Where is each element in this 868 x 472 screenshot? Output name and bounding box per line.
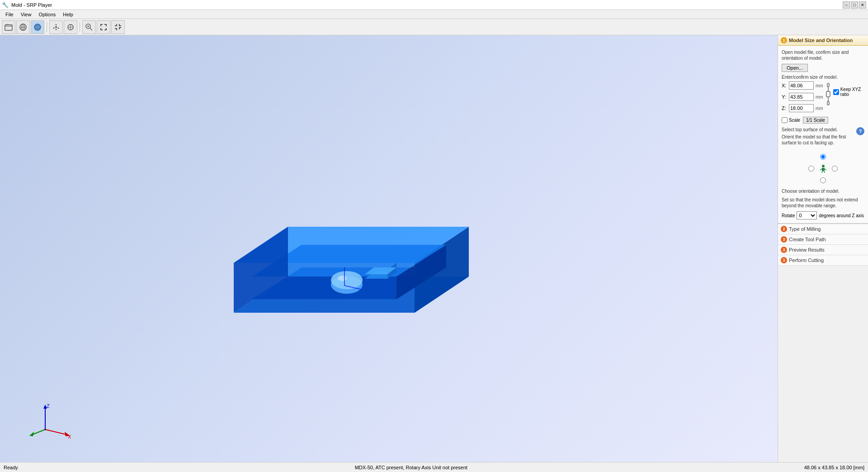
toolbar-separator-1 xyxy=(47,22,47,33)
keep-xyz-label: Keep XYZratio xyxy=(840,87,861,97)
scale-checkbox[interactable] xyxy=(782,117,788,123)
rotate-row: Rotate 0 90 180 270 degrees around Z axi… xyxy=(782,211,864,219)
svg-text:X: X xyxy=(68,434,71,439)
workflow-icon-3c: 3 xyxy=(781,257,787,263)
minimize-button[interactable]: − xyxy=(843,1,850,9)
radio-grid xyxy=(806,151,840,186)
svg-rect-40 xyxy=(827,101,829,105)
radio-cell-ml[interactable] xyxy=(806,163,817,174)
workflow-label-3a: Create Tool Path xyxy=(789,237,826,242)
titlebar: 🔧 Mold - SRP Player − □ ✕ xyxy=(0,0,868,10)
keep-xyz-checkbox[interactable] xyxy=(833,89,839,95)
model-section: 1 Model Size and Orientation Open model … xyxy=(778,35,868,224)
open-button[interactable]: Open... xyxy=(782,64,808,72)
menu-view[interactable]: View xyxy=(17,11,35,18)
workflow-label-2: Type of Milling xyxy=(789,226,821,232)
svg-rect-39 xyxy=(827,83,829,87)
scale-text: Scale xyxy=(789,118,800,123)
workflow-icon-2: 2 xyxy=(781,226,787,232)
app-icon: 🔧 xyxy=(2,2,9,8)
radio-cell-tr xyxy=(830,151,840,162)
svg-point-7 xyxy=(55,26,57,28)
model-container xyxy=(207,168,478,372)
z-input[interactable] xyxy=(789,104,814,112)
svg-rect-0 xyxy=(5,25,12,30)
menu-help[interactable]: Help xyxy=(59,11,77,18)
menu-file[interactable]: File xyxy=(2,11,17,18)
move-btn[interactable] xyxy=(49,20,63,34)
svg-line-12 xyxy=(90,28,92,30)
link-icon xyxy=(825,82,831,106)
y-label: Y: xyxy=(782,94,787,100)
pan-btn[interactable] xyxy=(64,20,77,34)
toolbar-separator-2 xyxy=(80,22,80,33)
help-button[interactable]: ? xyxy=(856,127,864,135)
radio-bottom-center[interactable] xyxy=(820,177,826,183)
svg-line-46 xyxy=(820,169,822,170)
workflow-label-3b: Preview Results xyxy=(789,247,825,253)
zoom-btn[interactable] xyxy=(82,20,96,34)
orientation-description: Set so that the model does not extend be… xyxy=(782,197,864,209)
sphere-view-btn[interactable] xyxy=(31,20,44,34)
close-button[interactable]: ✕ xyxy=(859,1,866,9)
keep-xyz-row: Keep XYZratio xyxy=(833,87,861,97)
workflow-icon-3b: 3 xyxy=(781,247,787,253)
workflow-perform-cutting[interactable]: 3 Perform Cutting xyxy=(778,255,868,266)
rotate-select[interactable]: 0 90 180 270 xyxy=(797,211,817,219)
workflow-label-3c: Perform Cutting xyxy=(789,257,824,263)
axis-indicator: Z X xyxy=(27,402,72,439)
y-unit: mm xyxy=(816,95,823,100)
radio-cell-mc xyxy=(818,163,829,174)
model-section-title: Model Size and Orientation xyxy=(789,38,853,43)
radio-cell-tl xyxy=(806,151,817,162)
z-size-row: Z: mm xyxy=(782,104,823,112)
svg-marker-37 xyxy=(29,432,34,436)
workflow-create-tool-path[interactable]: 3 Create Tool Path xyxy=(778,234,868,245)
status-right: 48.06 x 43.85 x 18.00 [mm] xyxy=(804,465,864,470)
status-left: Ready xyxy=(4,465,18,470)
model-section-header: 1 Model Size and Orientation xyxy=(778,35,868,46)
radio-mid-right[interactable] xyxy=(832,166,838,172)
x-label: X: xyxy=(782,83,787,88)
size-label: Enter/confirm size of model. xyxy=(782,75,864,80)
workflow-preview-results[interactable]: 3 Preview Results xyxy=(778,245,868,255)
main-content: Z X 1 Model Size and Orientation Open mo… xyxy=(0,35,868,462)
top-surface-description: Orient the model so that the first surfa… xyxy=(782,134,854,146)
rotate-unit: degrees around Z axis xyxy=(819,213,864,218)
menubar: File View Options Help xyxy=(0,10,868,19)
restore-button[interactable]: □ xyxy=(851,1,858,9)
shrink-btn[interactable] xyxy=(111,20,125,34)
radio-cell-bc[interactable] xyxy=(818,175,829,186)
radio-cell-tc[interactable] xyxy=(818,151,829,162)
menu-options[interactable]: Options xyxy=(35,11,59,18)
world-view-btn[interactable] xyxy=(16,20,30,34)
section-icon-1: 1 xyxy=(781,37,787,43)
statusbar: Ready MDX-50, ATC present, Rotary Axis U… xyxy=(0,462,868,472)
radio-cell-mr[interactable] xyxy=(830,163,840,174)
scale-checkbox-label: Scale xyxy=(782,117,800,123)
workflow-type-of-milling[interactable]: 2 Type of Milling xyxy=(778,224,868,234)
radio-top-center[interactable] xyxy=(820,154,826,160)
figure-icon xyxy=(819,164,828,173)
z-label: Z: xyxy=(782,105,787,111)
y-input[interactable] xyxy=(789,93,814,101)
surface-selection xyxy=(782,151,864,186)
open-file-btn[interactable] xyxy=(2,20,15,34)
x-size-row: X: mm xyxy=(782,81,823,90)
x-unit: mm xyxy=(816,83,823,88)
model-description: Open model file, confirm size and orient… xyxy=(782,49,864,61)
svg-point-38 xyxy=(44,429,46,430)
scale-row: Scale 1/1 Scale xyxy=(782,117,864,124)
y-size-row: Y: mm xyxy=(782,93,823,101)
x-input[interactable] xyxy=(789,81,814,90)
expand-btn[interactable] xyxy=(97,20,110,34)
z-unit: mm xyxy=(816,106,823,111)
scale-value-button[interactable]: 1/1 Scale xyxy=(803,117,828,124)
radio-mid-left[interactable] xyxy=(808,166,814,172)
radio-cell-bl xyxy=(806,175,817,186)
radio-cell-br xyxy=(830,175,840,186)
viewport[interactable]: Z X xyxy=(0,35,778,462)
svg-rect-43 xyxy=(826,91,830,97)
titlebar-left: 🔧 Mold - SRP Player xyxy=(2,2,52,8)
rotate-text: Rotate xyxy=(782,213,795,218)
